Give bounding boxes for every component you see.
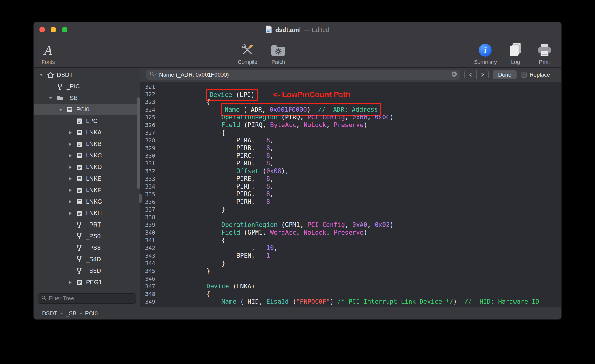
tree-item-_sb[interactable]: _SB	[34, 92, 140, 104]
tree-item-label: LNKD	[86, 164, 102, 170]
code-line: 336 PIRH, 8	[140, 198, 561, 206]
tree-item-_prt[interactable]: _PRT	[34, 219, 140, 230]
clear-search-icon[interactable]	[451, 71, 457, 78]
code-token: 0x60	[352, 114, 367, 121]
replace-toggle[interactable]: Replace	[521, 72, 550, 78]
code-token: 1	[266, 252, 270, 259]
tree-item-lnke[interactable]: LNKE	[34, 173, 140, 184]
tree-item-lnkc[interactable]: LNKC	[34, 150, 140, 161]
code-token	[177, 121, 221, 129]
code-token: 8	[266, 160, 270, 167]
code-token: {	[177, 129, 225, 136]
tree-item-_pic[interactable]: _PIC	[34, 81, 140, 92]
code-line: 344 }	[140, 259, 561, 267]
filter-tree-input[interactable]	[49, 295, 133, 302]
tree-item-label: LNKA	[86, 129, 101, 136]
tree-item-lnkb[interactable]: LNKB	[34, 138, 140, 150]
print-button[interactable]: Print	[534, 41, 555, 67]
tree-item-_ps0[interactable]: _PS0	[34, 230, 140, 242]
line-number: 327	[140, 129, 159, 136]
code-area[interactable]: 321322 Device (LPC) <- LowPinCount Path3…	[140, 82, 561, 307]
code-token: ),	[281, 168, 289, 175]
line-number: 324	[140, 106, 159, 113]
find-field[interactable]	[146, 70, 460, 80]
disclosure-closed-icon[interactable]	[68, 177, 76, 181]
line-number: 328	[140, 136, 159, 144]
code-token: }	[177, 206, 225, 213]
close-window-button[interactable]	[39, 27, 45, 32]
tree-item-dsdt[interactable]: DSDT	[34, 69, 140, 81]
info-icon: i	[479, 44, 492, 57]
tree-item-pci0[interactable]: PCI0	[34, 104, 140, 115]
code-token: ,	[270, 183, 274, 190]
zoom-window-button[interactable]	[62, 27, 67, 32]
device-icon	[76, 210, 86, 217]
code-line: 347 Device (LNKA)	[140, 282, 561, 290]
compile-button[interactable]: Compile	[237, 41, 258, 67]
tree-item-lnkd[interactable]: LNKD	[34, 161, 140, 173]
house-icon	[47, 72, 57, 79]
disclosure-closed-icon[interactable]	[68, 154, 76, 158]
find-input[interactable]	[159, 72, 449, 78]
code-token: (LPC)	[232, 91, 255, 98]
breadcrumb-item-_sb[interactable]: _SB	[66, 310, 77, 317]
fonts-button[interactable]: A Fonts	[38, 41, 59, 67]
line-number: 347	[140, 282, 159, 290]
pane-resize-handle[interactable]	[139, 194, 142, 203]
device-icon	[76, 141, 86, 148]
compile-tools-icon	[240, 41, 255, 58]
breadcrumb-item-dsdt[interactable]: DSDT	[42, 310, 57, 317]
code-token: PIRC,	[177, 152, 266, 159]
tree-item-_ps3[interactable]: _PS3	[34, 242, 140, 254]
search-menu-icon[interactable]	[149, 71, 157, 78]
code-token: ,	[274, 244, 278, 251]
code-token: NoLock	[304, 229, 326, 236]
code-token: 0xA0	[352, 221, 367, 228]
tree-item-lnka[interactable]: LNKA	[34, 127, 140, 138]
sidebar-scrollbar[interactable]	[137, 97, 140, 189]
line-number: 330	[140, 152, 159, 160]
log-button[interactable]: Log	[505, 41, 526, 67]
edited-badge: — Edited	[304, 26, 329, 33]
code-token: 8	[266, 175, 270, 182]
code-token: 8	[266, 198, 270, 205]
code-line: 341 {	[140, 236, 561, 244]
code-token: ,	[367, 114, 375, 121]
summary-button[interactable]: i Summary	[474, 41, 497, 67]
tree-item-_s4d[interactable]: _S4D	[34, 254, 140, 265]
disclosure-closed-icon[interactable]	[68, 142, 76, 146]
replace-checkbox[interactable]	[521, 72, 527, 78]
disclosure-open-icon[interactable]	[39, 73, 47, 77]
tree-item-lnkh[interactable]: LNKH	[34, 207, 140, 219]
chevron-right-icon	[481, 72, 485, 77]
tree-item-_s5d[interactable]: _S5D	[34, 265, 140, 277]
code-line: 324 Name (_ADR, 0x001F0000) // _ADR: Add…	[140, 106, 561, 113]
filter-tree-field[interactable]	[38, 293, 136, 304]
find-next-button[interactable]	[476, 70, 488, 79]
patch-button[interactable]: Patch	[268, 41, 289, 67]
disclosure-open-icon[interactable]	[59, 108, 66, 112]
code-token: ,	[326, 229, 334, 236]
disclosure-closed-icon[interactable]	[68, 131, 76, 135]
code-token: (_ADR,	[240, 106, 269, 113]
tree-item-peg1[interactable]: PEG1	[34, 277, 140, 288]
tree-item-lnkg[interactable]: LNKG	[34, 196, 140, 207]
minimize-window-button[interactable]	[51, 27, 56, 32]
disclosure-open-icon[interactable]	[49, 96, 56, 100]
method-icon	[76, 233, 86, 240]
disclosure-closed-icon[interactable]	[68, 200, 76, 204]
done-button[interactable]: Done	[493, 70, 517, 79]
find-previous-button[interactable]	[465, 70, 476, 79]
disclosure-closed-icon[interactable]	[68, 188, 76, 192]
tree-item-lpc[interactable]: LPC	[34, 115, 140, 127]
tree-item-label: LNKB	[86, 141, 101, 147]
line-number: 349	[140, 298, 159, 306]
breadcrumb-item-pci0[interactable]: PCI0	[85, 310, 98, 317]
tree-item-label: PCI0	[76, 106, 89, 113]
disclosure-closed-icon[interactable]	[68, 165, 76, 169]
disclosure-closed-icon[interactable]	[68, 280, 76, 285]
tree-item-lnkf[interactable]: LNKF	[34, 184, 140, 196]
code-token: PIRF,	[177, 183, 266, 190]
disclosure-closed-icon[interactable]	[68, 211, 76, 215]
tree-item-label: LNKE	[86, 175, 101, 182]
